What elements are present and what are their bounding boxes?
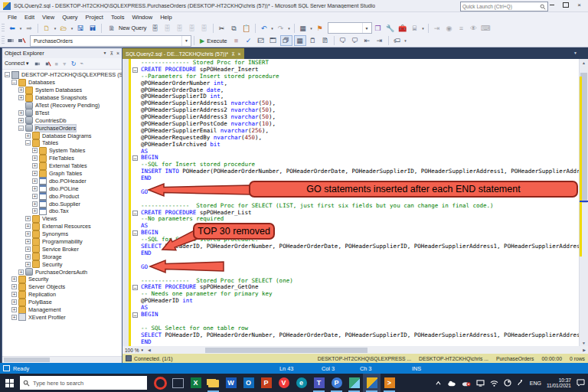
tree-item-programmability[interactable]: +Programmability bbox=[2, 238, 122, 246]
tree-item-dbo-poheader[interactable]: +dbo.POHeader bbox=[2, 177, 122, 185]
expander-icon[interactable]: + bbox=[25, 239, 31, 244]
panel-close-icon[interactable]: × bbox=[116, 51, 119, 56]
expander-icon[interactable]: + bbox=[32, 186, 38, 191]
intellisense-toggle-icon[interactable]: 🗇 bbox=[280, 35, 292, 46]
undo-icon[interactable]: ↶ bbox=[259, 24, 270, 33]
stop-icon[interactable]: ■ bbox=[55, 61, 58, 67]
code-editor[interactable]: -------------- Stored Proc for INSERT–CR… bbox=[122, 59, 588, 346]
onedrive-icon[interactable] bbox=[447, 380, 456, 387]
new-dmx-query-icon[interactable]: 🗄 bbox=[187, 24, 198, 33]
tree-item-security[interactable]: +Security bbox=[2, 260, 122, 268]
results-text-icon[interactable]: 🗒 bbox=[308, 36, 318, 45]
menu-item-view[interactable]: View bbox=[38, 14, 58, 21]
refresh-icon[interactable]: ↻ bbox=[71, 60, 77, 67]
expander-icon[interactable]: + bbox=[11, 276, 17, 282]
flag-icon[interactable]: ⚑ bbox=[315, 24, 325, 33]
quick-launch-input[interactable]: Quick Launch (Ctrl+Q) bbox=[460, 2, 548, 11]
horizontal-scroll-thumb[interactable] bbox=[205, 348, 368, 353]
tree-item-dbo-poline[interactable]: +dbo.POLine bbox=[2, 185, 122, 192]
close-button[interactable]: × bbox=[574, 1, 584, 9]
tree-item-databases[interactable]: –Databases bbox=[2, 79, 122, 87]
tree-item-security[interactable]: +Security bbox=[2, 276, 122, 283]
call-stack-icon[interactable]: ≡ bbox=[456, 24, 467, 33]
tree-item-external-tables[interactable]: +External Tables bbox=[2, 162, 122, 170]
expander-icon[interactable]: – bbox=[5, 72, 10, 77]
open-file-icon[interactable]: 🗁 bbox=[58, 24, 69, 33]
save-icon[interactable]: 🖫 bbox=[75, 24, 86, 33]
new-analysis-query-icon[interactable]: 🗄 bbox=[162, 24, 173, 33]
expander-icon[interactable]: + bbox=[32, 201, 38, 207]
taskbar-vivaldi-icon[interactable]: V bbox=[275, 374, 292, 392]
activity-icon[interactable]: ⌁ bbox=[80, 60, 83, 67]
expander-icon[interactable]: + bbox=[18, 87, 24, 93]
new-db-engine-query-icon[interactable]: 🗄 bbox=[150, 24, 161, 33]
wifi-icon[interactable] bbox=[490, 380, 498, 387]
open-file-dropdown-icon[interactable]: ▾ bbox=[70, 26, 74, 31]
tree-item-atest-recovery-pending-[interactable]: ATest (Recovery Pending) bbox=[2, 102, 122, 109]
expander-icon[interactable]: + bbox=[25, 262, 31, 267]
copy-icon[interactable]: ⧉ bbox=[229, 24, 240, 33]
expander-icon[interactable]: + bbox=[25, 247, 31, 252]
tray-chevron-up-icon[interactable] bbox=[435, 381, 442, 386]
new-xmla-query-icon[interactable]: 🗄 bbox=[199, 24, 210, 33]
expander-icon[interactable]: + bbox=[32, 155, 38, 161]
tree-item-server-objects[interactable]: +Server Objects bbox=[2, 283, 122, 291]
taskbar-search-input[interactable]: Type here to search bbox=[20, 376, 147, 390]
tab-sqlquery2[interactable]: SQLQuery2.sql - DE...T2CKHQ\chris (57))*… bbox=[122, 48, 244, 59]
taskbar-film-app-icon[interactable] bbox=[169, 374, 187, 392]
connect-icon[interactable] bbox=[6, 36, 15, 45]
tree-item-system-tables[interactable]: +System Tables bbox=[2, 147, 122, 155]
expander-icon[interactable]: + bbox=[32, 148, 38, 153]
cut-icon[interactable]: ✂ bbox=[217, 24, 227, 33]
increase-indent-icon[interactable]: ⇥ bbox=[374, 36, 385, 45]
minimize-button[interactable] bbox=[547, 1, 557, 9]
expander-icon[interactable]: + bbox=[18, 118, 24, 123]
expander-icon[interactable]: + bbox=[32, 208, 38, 214]
activity-monitor-icon[interactable]: ▦ bbox=[298, 24, 309, 33]
start-button[interactable] bbox=[0, 379, 18, 387]
find-combo[interactable]: ▼ bbox=[328, 22, 372, 34]
execute-button[interactable]: ▶ Execute bbox=[197, 38, 230, 44]
tree-item-dbo-supplier[interactable]: +dbo.Supplier bbox=[2, 200, 122, 207]
disconnect-icon[interactable] bbox=[17, 36, 26, 45]
tree-item-purchaseordersauth[interactable]: +PurchaseOrdersAuth bbox=[2, 268, 122, 276]
hscroll-right-icon[interactable]: ▶ bbox=[580, 348, 588, 352]
query-options-icon[interactable]: 🗔 bbox=[268, 36, 279, 45]
decrease-indent-icon[interactable]: ⇤ bbox=[362, 36, 373, 45]
filter-icon[interactable]: ▼ bbox=[62, 61, 67, 67]
fold-collapse-icon[interactable]: – bbox=[132, 230, 138, 236]
cancel-query-icon[interactable]: ■ bbox=[231, 36, 242, 45]
fold-collapse-icon[interactable]: – bbox=[132, 211, 138, 216]
undo-dropdown-icon[interactable]: ▾ bbox=[270, 26, 275, 31]
expander-icon[interactable]: + bbox=[11, 307, 17, 312]
disconnect-server-icon[interactable] bbox=[44, 60, 51, 67]
expander-icon[interactable]: + bbox=[11, 292, 17, 297]
display-estimated-plan-icon[interactable]: 🗠 bbox=[256, 36, 266, 45]
taskbar-file-explorer-icon[interactable] bbox=[204, 374, 222, 392]
tab-close-icon[interactable]: × bbox=[238, 51, 241, 57]
new-file-dropdown-icon[interactable]: ▾ bbox=[53, 26, 57, 31]
tab-pin-icon[interactable]: ⊼ bbox=[231, 51, 234, 57]
language-indicator[interactable]: ENG bbox=[530, 381, 541, 386]
tree-item-views[interactable]: +Views bbox=[2, 215, 122, 223]
hscroll-left-icon[interactable]: ◀ bbox=[145, 348, 153, 352]
restore-button[interactable] bbox=[560, 1, 570, 9]
steam-icon[interactable] bbox=[504, 379, 511, 387]
expander-icon[interactable]: + bbox=[25, 231, 31, 237]
paste-icon[interactable]: 📋 bbox=[241, 24, 252, 33]
new-query-button[interactable]: 🗎 New Query bbox=[104, 24, 149, 33]
connect-server-icon[interactable] bbox=[34, 60, 41, 67]
navigate-forward-icon[interactable]: ➡ bbox=[24, 24, 34, 33]
expander-icon[interactable]: – bbox=[11, 80, 17, 85]
tree-item-countriesdb[interactable]: +CountriesDb bbox=[2, 116, 122, 124]
comment-icon[interactable]: 🗨 bbox=[338, 36, 348, 45]
menu-item-query[interactable]: Query bbox=[58, 14, 81, 21]
expander-icon[interactable]: + bbox=[25, 133, 31, 139]
scroll-down-icon[interactable]: ▼ bbox=[580, 339, 588, 346]
tree-item-system-databases[interactable]: +System Databases bbox=[2, 87, 122, 94]
tree-item-external-resources[interactable]: +External Resources bbox=[2, 223, 122, 230]
taskbar-clock[interactable]: 10:37 11/01/2021 bbox=[547, 377, 571, 389]
taskbar-outlook-icon[interactable]: O bbox=[240, 374, 257, 392]
expander-icon[interactable]: + bbox=[11, 299, 17, 305]
menu-item-edit[interactable]: Edit bbox=[21, 14, 38, 21]
